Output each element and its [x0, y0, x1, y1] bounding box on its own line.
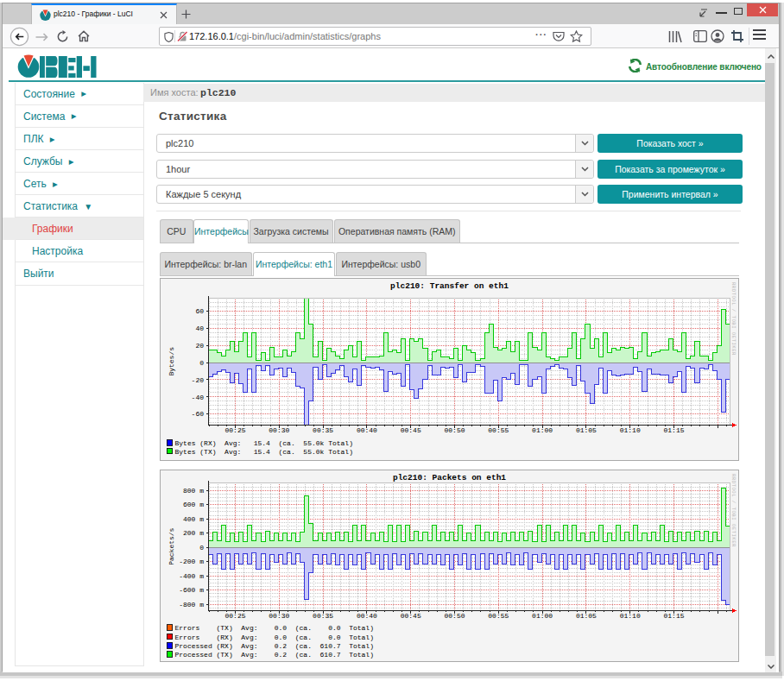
svg-text:-40: -40 — [191, 393, 204, 400]
svg-text:RRDTOOL / TOBI OETIKER: RRDTOOL / TOBI OETIKER — [730, 282, 737, 356]
svg-text:-400 m: -400 m — [179, 571, 204, 579]
svg-text:Processed (TX) Avg: 0.2 (: Processed (TX) Avg: 0.2 (ca. 610.7 Total… — [174, 651, 373, 659]
svg-text:plc210: Packets on eth1: plc210: Packets on eth1 — [392, 472, 505, 482]
svg-text:Processed (RX) Avg: 0.2 (: Processed (RX) Avg: 0.2 (ca. 610.7 Total… — [174, 642, 373, 650]
svg-text:Bytes (RX) Avg: 15.4 (ca.: Bytes (RX) Avg: 15.4 (ca. 55.0k Total) — [174, 439, 352, 447]
svg-text:-600 m: -600 m — [179, 586, 204, 594]
svg-text:Errors (RX) Avg: 0.0 (: Errors (RX) Avg: 0.0 (ca. 0.0 Total) — [174, 633, 373, 640]
svg-text:Bytes/s: Bytes/s — [167, 346, 174, 375]
svg-text:800 m: 800 m — [182, 486, 203, 494]
svg-text:600 m: 600 m — [182, 501, 203, 508]
svg-text:-60: -60 — [191, 410, 204, 418]
svg-text:-20: -20 — [191, 375, 204, 383]
svg-text:0: 0 — [199, 543, 204, 551]
svg-text:200 m: 200 m — [182, 529, 203, 537]
svg-text:0: 0 — [199, 358, 204, 366]
svg-text:Packets/s: Packets/s — [167, 527, 174, 564]
svg-text:40: 40 — [195, 324, 204, 331]
svg-text:20: 20 — [195, 341, 204, 349]
svg-text:60: 60 — [195, 306, 204, 314]
svg-text:-200 m: -200 m — [179, 558, 204, 565]
svg-text:plc210: Transfer on eth1: plc210: Transfer on eth1 — [390, 281, 509, 290]
svg-text:400 m: 400 m — [182, 514, 203, 522]
svg-text:Bytes (TX) Avg: 15.4 (ca.: Bytes (TX) Avg: 15.4 (ca. 55.0k Total) — [174, 447, 352, 455]
svg-text:-800 m: -800 m — [179, 600, 204, 608]
svg-text:RRDTOOL / TOBI OETIKER: RRDTOOL / TOBI OETIKER — [730, 474, 737, 547]
svg-text:Errors (TX) Avg: 0.0 (: Errors (TX) Avg: 0.0 (ca. 0.0 Total) — [174, 624, 373, 632]
